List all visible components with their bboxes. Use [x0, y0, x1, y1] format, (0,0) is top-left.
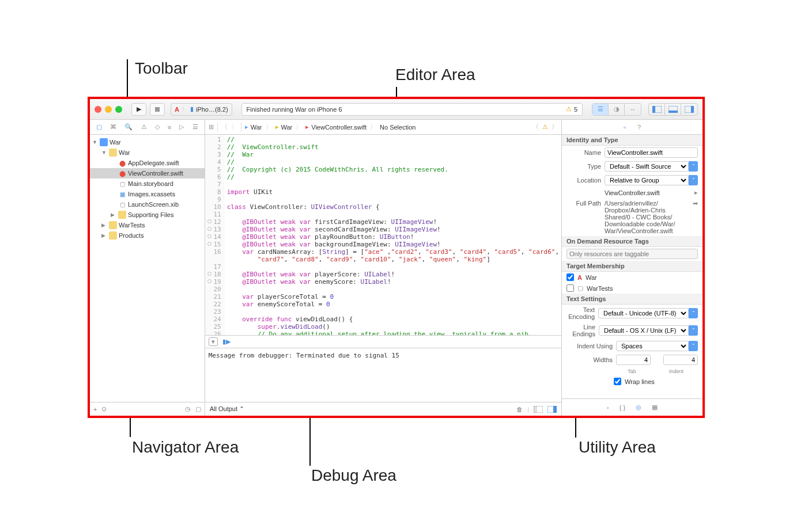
back-button[interactable]: 〈 — [221, 123, 228, 131]
debug-navigator-tab[interactable]: ≡ — [168, 124, 171, 131]
scheme-selector[interactable]: A 〉 ▮ iPho…(8.2) — [171, 103, 232, 116]
version-editor-icon[interactable]: ↔ — [625, 104, 641, 115]
tree-item[interactable]: ▼War — [90, 137, 205, 147]
recent-filter-icon[interactable]: ◷ — [185, 405, 191, 413]
type-select[interactable]: Default - Swift Source — [605, 161, 689, 172]
object-library-icon[interactable]: ◎ — [636, 404, 641, 411]
symbol-navigator-tab[interactable]: ⌘ — [110, 123, 116, 131]
name-field[interactable] — [605, 147, 698, 158]
folder-icon: ▸ — [275, 123, 279, 131]
variables-pane-toggle[interactable] — [534, 406, 543, 413]
project-tree[interactable]: ▼War▼War⬤AppDelegate.swift⬤ViewControlle… — [90, 135, 205, 402]
code-content[interactable]: //// ViewController.swift// War//// Copy… — [225, 135, 561, 335]
filter-button[interactable]: ⊙ — [101, 405, 107, 413]
debug-footer: All Output ⌃ 🗑 | — [205, 402, 561, 416]
test-icon: ▢ — [577, 284, 583, 292]
svg-rect-5 — [691, 106, 694, 113]
wrap-lines-checkbox[interactable] — [614, 378, 621, 385]
navigator-area: ▢ ⌘ 🔍 ⚠ ◇ ≡ ▷ ☰ ▼War▼War⬤AppDelegate.swi… — [90, 120, 205, 416]
target-war-checkbox[interactable] — [566, 273, 574, 281]
proj-icon: ▸ — [245, 123, 248, 131]
console-pane-toggle[interactable] — [547, 406, 557, 413]
media-library-icon[interactable]: ▦ — [652, 404, 658, 411]
code-snippet-library-icon[interactable]: { } — [620, 404, 625, 411]
test-navigator-tab[interactable]: ◇ — [155, 123, 160, 131]
odr-header: On Demand Resource Tags — [562, 236, 703, 247]
tree-item[interactable]: ▶Products — [90, 230, 205, 241]
svg-rect-7 — [534, 406, 537, 413]
choose-location-icon[interactable]: ▸ — [694, 189, 698, 196]
scheme-label: iPho…(8.2) — [196, 106, 228, 113]
editor-area[interactable]: 1234567891011121314151617181920212223242… — [205, 135, 561, 335]
svg-rect-1 — [652, 106, 655, 113]
tree-item[interactable]: ▶Supporting Files — [90, 210, 205, 220]
xcode-window: ▶ A 〉 ▮ iPho…(8.2) Finished running War … — [88, 97, 705, 418]
issue-navigator-tab[interactable]: ⚠ — [141, 123, 147, 131]
clear-console-icon[interactable]: 🗑 — [516, 406, 523, 413]
target-wartests-checkbox[interactable] — [566, 284, 574, 292]
tree-item[interactable]: ⬤AppDelegate.swift — [90, 158, 205, 168]
jump-bar[interactable]: ⊞ 〈 〉 ▸ War 〉 ▸ War 〉 ▸ ViewController.s… — [205, 120, 561, 135]
next-issue-button[interactable]: 〉 — [552, 123, 558, 131]
tree-item[interactable]: ⬤ViewController.swift — [90, 168, 205, 178]
indent-width-field[interactable] — [663, 355, 698, 365]
line-gutter[interactable]: 1234567891011121314151617181920212223242… — [205, 135, 225, 335]
prev-issue-button[interactable]: 〈 — [532, 123, 539, 131]
navigator-tabs: ▢ ⌘ 🔍 ⚠ ◇ ≡ ▷ ☰ — [90, 120, 205, 135]
center-area: ⊞ 〈 〉 ▸ War 〉 ▸ War 〉 ▸ ViewController.s… — [205, 120, 561, 416]
activity-status: Finished running War on iPhone 6 ⚠ 5 — [241, 103, 583, 116]
report-navigator-tab[interactable]: ☰ — [192, 123, 198, 131]
swift-icon: ▸ — [305, 123, 309, 131]
tree-item[interactable]: ▦Images.xcassets — [90, 189, 205, 199]
tree-item[interactable]: ▢LaunchScreen.xib — [90, 199, 205, 210]
fullscreen-window-button[interactable] — [115, 106, 122, 113]
encoding-select[interactable]: Default - Unicode (UTF-8) — [598, 308, 689, 318]
file-inspector-tab[interactable]: ▫ — [624, 124, 626, 131]
navigator-footer: + ⊙ ◷ ▢ — [90, 402, 205, 416]
svg-rect-3 — [669, 111, 678, 113]
minimize-window-button[interactable] — [105, 106, 112, 113]
editor-mode-selector[interactable]: ☰ ◑ ↔ — [592, 103, 641, 116]
add-button[interactable]: + — [93, 406, 97, 413]
assistant-editor-icon[interactable]: ◑ — [609, 104, 625, 115]
toolbar: ▶ A 〉 ▮ iPho…(8.2) Finished running War … — [90, 99, 703, 120]
warning-count[interactable]: 5 — [574, 106, 577, 113]
toggle-debug-button[interactable] — [665, 104, 681, 115]
line-endings-select[interactable]: Default - OS X / Unix (LF) — [599, 325, 689, 336]
panel-toggles — [648, 103, 698, 116]
output-filter[interactable]: All Output ⌃ — [210, 405, 244, 413]
tree-item[interactable]: ▢Main.storyboard — [90, 178, 205, 189]
run-button[interactable]: ▶ — [131, 103, 146, 116]
related-items-icon[interactable]: ⊞ — [209, 123, 214, 131]
target-membership-header: Target Membership — [562, 261, 703, 272]
breakpoint-navigator-tab[interactable]: ▷ — [179, 123, 184, 131]
quick-help-tab[interactable]: ? — [637, 124, 641, 131]
find-navigator-tab[interactable]: 🔍 — [124, 123, 133, 131]
standard-editor-icon[interactable]: ☰ — [592, 104, 609, 115]
toggle-navigator-button[interactable] — [649, 104, 665, 115]
stop-icon — [155, 107, 160, 112]
indent-using-select[interactable]: Spaces — [616, 341, 689, 351]
warning-icon[interactable]: ⚠ — [566, 105, 572, 113]
breadcrumb[interactable]: ▸ War 〉 ▸ War 〉 ▸ ViewController.swift 〉… — [245, 123, 416, 131]
annotation-debug: Debug Area — [311, 466, 396, 485]
reveal-path-icon[interactable]: ➡ — [693, 200, 698, 207]
tree-item[interactable]: ▶WarTests — [90, 220, 205, 230]
text-settings-header: Text Settings — [562, 294, 703, 305]
file-template-library-icon[interactable]: ▫ — [607, 404, 609, 411]
toggle-utility-button[interactable] — [681, 104, 697, 115]
project-navigator-tab[interactable]: ▢ — [96, 123, 102, 131]
utility-area: ▫ ? Identity and Type Name TypeDefault -… — [561, 120, 703, 416]
scm-filter-icon[interactable]: ▢ — [195, 405, 201, 413]
status-text: Finished running War on iPhone 6 — [247, 106, 342, 113]
breakpoint-toggle-icon[interactable]: ▮▶ — [222, 338, 231, 345]
console-output[interactable]: Message from debugger: Terminated due to… — [205, 348, 561, 402]
close-window-button[interactable] — [95, 106, 101, 113]
stop-button[interactable] — [150, 103, 165, 116]
tab-width-field[interactable] — [616, 355, 651, 365]
forward-button[interactable]: 〉 — [231, 123, 237, 131]
hide-debug-icon[interactable]: ▾ — [209, 337, 218, 346]
issue-warning-icon[interactable]: ⚠ — [542, 123, 548, 131]
location-select[interactable]: Relative to Group — [605, 175, 689, 185]
tree-item[interactable]: ▼War — [90, 147, 205, 158]
